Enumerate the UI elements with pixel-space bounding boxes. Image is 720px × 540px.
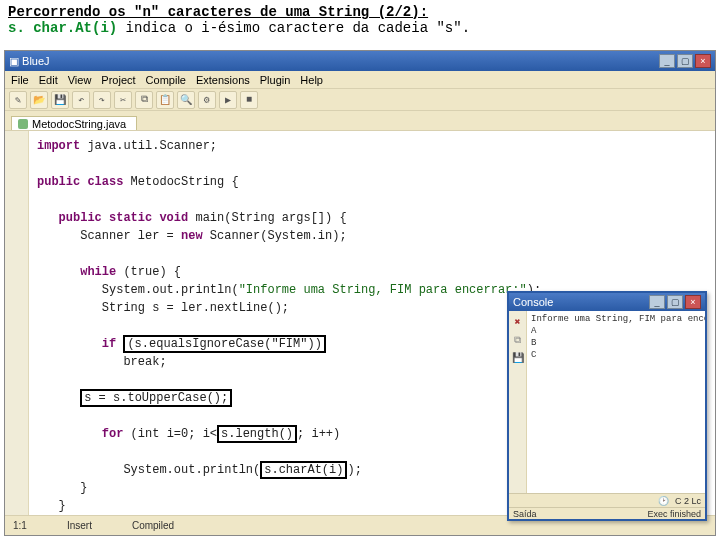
maximize-button[interactable]: ▢ <box>677 54 693 68</box>
tab-bar: MetodocString.java <box>5 111 715 131</box>
file-tab-icon <box>18 119 28 129</box>
menu-extensions[interactable]: Extensions <box>196 74 250 86</box>
code-text: System.out.println( <box>37 463 260 477</box>
subtitle-rest: indica o i-ésimo caractere da cadeia "s"… <box>117 20 470 36</box>
window-icon: ▣ <box>9 55 19 68</box>
minimize-button[interactable]: _ <box>659 54 675 68</box>
slide-title: Percorrendo os "n" caracteres de uma Str… <box>8 4 712 20</box>
find-icon[interactable]: 🔍 <box>177 91 195 109</box>
console-output[interactable]: Informe uma String, FIM para encerrar: A… <box>527 311 705 493</box>
console-status-exec: Exec finished <box>647 509 701 519</box>
kw-while: while <box>37 265 116 279</box>
new-icon[interactable]: ✎ <box>9 91 27 109</box>
boxed-charat: s.charAt(i) <box>260 461 347 479</box>
cut-icon[interactable]: ✂ <box>114 91 132 109</box>
code-text: Scanner(System.in); <box>203 229 347 243</box>
kw-static-void: public static void <box>37 211 188 225</box>
console-window[interactable]: Console _ ▢ × ✖ ⧉ 💾 Informe uma String, … <box>507 291 707 521</box>
console-body: ✖ ⧉ 💾 Informe uma String, FIM para encer… <box>509 311 705 493</box>
menu-view[interactable]: View <box>68 74 92 86</box>
ide-titlebar[interactable]: ▣ BlueJ _ ▢ × <box>5 51 715 71</box>
code-text: ); <box>347 463 361 477</box>
menu-edit[interactable]: Edit <box>39 74 58 86</box>
code-text: java.util.Scanner; <box>80 139 217 153</box>
boxed-length: s.length() <box>217 425 297 443</box>
boxed-equalsignorecase: (s.equalsIgnoreCase("FIM")) <box>123 335 325 353</box>
undo-icon[interactable]: ↶ <box>72 91 90 109</box>
code-text: } <box>37 499 66 513</box>
clock-icon: 🕑 <box>658 496 669 506</box>
console-titlebar[interactable]: Console _ ▢ × <box>509 293 705 311</box>
compile-icon[interactable]: ⚙ <box>198 91 216 109</box>
menu-file[interactable]: File <box>11 74 29 86</box>
console-clear-icon[interactable]: ✖ <box>511 315 525 329</box>
kw-new: new <box>181 229 203 243</box>
kw-import: import <box>37 139 80 153</box>
boxed-touppercase: s = s.toUpperCase(); <box>80 389 232 407</box>
ide-window: ▣ BlueJ _ ▢ × File Edit View Project Com… <box>4 50 716 536</box>
console-maximize-button[interactable]: ▢ <box>667 295 683 309</box>
console-sidebar: ✖ ⧉ 💾 <box>509 311 527 493</box>
file-tab[interactable]: MetodocString.java <box>11 116 137 130</box>
slide-subtitle: s. char.At(i) indica o i-ésimo caractere… <box>8 20 712 36</box>
code-text: Scanner ler = <box>37 229 181 243</box>
close-button[interactable]: × <box>695 54 711 68</box>
menu-bar: File Edit View Project Compile Extension… <box>5 71 715 89</box>
redo-icon[interactable]: ↷ <box>93 91 111 109</box>
run-icon[interactable]: ▶ <box>219 91 237 109</box>
paste-icon[interactable]: 📋 <box>156 91 174 109</box>
copy-icon[interactable]: ⧉ <box>135 91 153 109</box>
string-literal: "Informe uma String, FIM para encerrar:" <box>239 283 527 297</box>
menu-help[interactable]: Help <box>300 74 323 86</box>
console-tab-output[interactable]: Saída <box>513 509 537 519</box>
code-text: String s = ler.nextLine(); <box>37 301 289 315</box>
console-copy-icon[interactable]: ⧉ <box>511 333 525 347</box>
file-tab-label: MetodocString.java <box>32 118 126 130</box>
code-text: ; i++) <box>297 427 340 441</box>
status-position: 1:1 <box>13 520 27 531</box>
code-text: break; <box>37 355 167 369</box>
code-text: System.out.println( <box>37 283 239 297</box>
console-close-button[interactable]: × <box>685 295 701 309</box>
status-mode: Insert <box>67 520 92 531</box>
code-text: (true) { <box>116 265 181 279</box>
open-icon[interactable]: 📂 <box>30 91 48 109</box>
console-statusbar: 🕑 C 2 Lc Saída Exec finished <box>509 493 705 519</box>
menu-plugin[interactable]: Plugin <box>260 74 291 86</box>
window-title: BlueJ <box>22 55 50 67</box>
kw-for: for <box>37 427 123 441</box>
code-text: } <box>37 481 87 495</box>
subtitle-emphasis: s. char.At(i) <box>8 20 117 36</box>
toolbar: ✎ 📂 💾 ↶ ↷ ✂ ⧉ 📋 🔍 ⚙ ▶ ■ <box>5 89 715 111</box>
code-text: MetodocString { <box>123 175 238 189</box>
console-title: Console <box>513 296 553 308</box>
save-icon[interactable]: 💾 <box>51 91 69 109</box>
status-compile: Compiled <box>132 520 174 531</box>
stop-icon[interactable]: ■ <box>240 91 258 109</box>
console-status-right: C 2 Lc <box>675 496 701 506</box>
kw-if: if <box>37 337 116 351</box>
console-save-icon[interactable]: 💾 <box>511 351 525 365</box>
code-text: main(String args[]) { <box>188 211 346 225</box>
console-minimize-button[interactable]: _ <box>649 295 665 309</box>
code-text: (int i=0; i< <box>123 427 217 441</box>
menu-compile[interactable]: Compile <box>146 74 186 86</box>
menu-project[interactable]: Project <box>101 74 135 86</box>
kw-public-class: public class <box>37 175 123 189</box>
gutter <box>5 131 29 515</box>
